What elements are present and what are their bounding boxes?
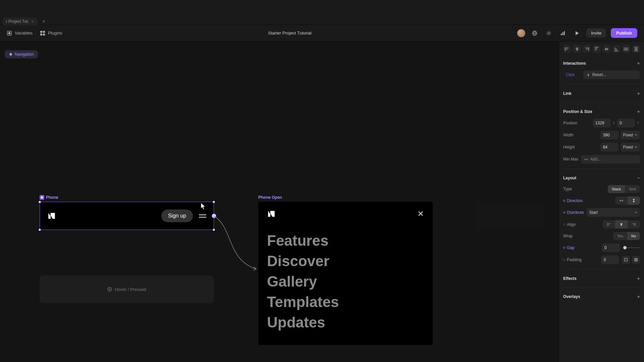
wrap-segmented: Yes No (613, 232, 640, 240)
play-icon[interactable] (572, 28, 582, 38)
add-position-button[interactable]: + (637, 109, 640, 114)
menu-item[interactable]: Updates (267, 313, 424, 331)
document-tab[interactable]: r Project Tut. × (3, 17, 38, 25)
hamburger-icon[interactable] (199, 215, 206, 218)
distribute-h-icon[interactable] (622, 45, 630, 53)
height-input[interactable] (600, 143, 619, 152)
direction-horizontal[interactable] (615, 196, 628, 205)
breadcrumb-chip[interactable]: Navigation (5, 50, 38, 58)
interaction-click-label[interactable]: Click (563, 71, 577, 78)
menu-item[interactable]: Templates (267, 293, 424, 311)
brand-logo (47, 212, 56, 220)
close-icon[interactable]: × (32, 19, 34, 24)
x-unit: X (613, 121, 615, 125)
align-middle-icon[interactable] (603, 45, 610, 53)
frame-label-phone-open[interactable]: Phone Open (258, 195, 282, 200)
height-mode-dropdown[interactable]: Fixed (621, 143, 640, 152)
align-left-icon[interactable] (563, 45, 571, 53)
interaction-action[interactable]: Reset... (583, 70, 640, 79)
align-end[interactable] (628, 220, 640, 229)
section-title: Link (563, 91, 572, 96)
toolbar-left-group: Variables Plugins (7, 31, 62, 36)
component-icon (40, 195, 44, 200)
add-interaction-button[interactable]: + (637, 60, 640, 66)
chart-icon[interactable] (558, 28, 568, 38)
width-input[interactable] (600, 131, 619, 139)
gap-slider[interactable] (623, 247, 640, 248)
align-center[interactable] (615, 220, 628, 229)
add-overlay-button[interactable]: + (637, 294, 640, 299)
frame-label-phone[interactable]: Phone (40, 195, 58, 200)
position-label: Position (563, 121, 578, 125)
svg-rect-1 (8, 32, 10, 34)
user-avatar[interactable] (517, 29, 525, 37)
type-row: Type Stack Grid (563, 183, 640, 195)
width-mode-dropdown[interactable]: Fixed (621, 131, 640, 139)
minmax-add-button[interactable]: Add... (581, 155, 640, 164)
type-label: Type (563, 187, 572, 191)
add-link-button[interactable]: + (637, 90, 640, 96)
add-tab-button[interactable]: + (39, 18, 49, 24)
phone-component[interactable]: Sign up (40, 202, 214, 230)
publish-button[interactable]: Publish (611, 28, 637, 38)
y-unit: Y (637, 121, 639, 125)
project-title[interactable]: Starter Project Tutorial (268, 31, 311, 36)
padding-uniform-icon[interactable] (622, 256, 630, 264)
window-titlebar (0, 0, 644, 18)
distribute-dropdown[interactable]: Start (587, 208, 640, 217)
alignment-toolbar (563, 45, 640, 53)
resize-handle[interactable] (39, 201, 41, 203)
wrap-yes[interactable]: Yes (613, 232, 627, 240)
align-top-icon[interactable] (593, 45, 600, 53)
padding-sides-icon[interactable] (632, 256, 640, 264)
resize-handle[interactable] (213, 229, 215, 231)
brand-logo (267, 209, 276, 218)
signup-button[interactable]: Sign up (161, 209, 193, 222)
invite-button[interactable]: Invite (586, 28, 606, 38)
slider-thumb[interactable] (623, 246, 627, 249)
connection-line (213, 215, 260, 282)
wrap-no[interactable]: No (627, 232, 640, 240)
plugins-button[interactable]: Plugins (40, 31, 62, 36)
phone-open-component[interactable]: ✕ Features Discover Gallery Templates Up… (258, 202, 433, 345)
position-x-input[interactable] (593, 119, 611, 127)
align-start[interactable] (603, 220, 615, 229)
frame-label-text: Phone Open (258, 195, 282, 200)
menu-item[interactable]: Gallery (267, 272, 424, 291)
align-bottom-icon[interactable] (612, 45, 620, 53)
variables-icon (7, 31, 12, 36)
padding-input[interactable] (601, 255, 619, 264)
canvas[interactable]: Navigation Phone Sign up Hover / Pressed… (0, 42, 577, 362)
gap-input[interactable] (602, 243, 620, 252)
globe-icon[interactable] (530, 28, 539, 38)
card-fragment[interactable] (476, 202, 543, 230)
resize-handle[interactable] (39, 229, 41, 231)
section-layout: Layout − (563, 172, 640, 183)
hover-pressed-slot[interactable]: Hover / Pressed (40, 276, 214, 303)
connection-node[interactable] (212, 214, 216, 218)
type-grid-option[interactable]: Grid (625, 185, 640, 193)
menu-item[interactable]: Discover (267, 252, 424, 270)
position-y-input[interactable] (617, 119, 635, 127)
section-title: Effects (563, 276, 577, 281)
gap-label: Gap (563, 245, 575, 250)
breadcrumb-label: Navigation (15, 52, 34, 57)
resize-handle[interactable] (213, 201, 215, 203)
collapse-layout-button[interactable]: − (637, 175, 640, 181)
align-center-h-icon[interactable] (573, 45, 581, 53)
lightning-icon (587, 73, 590, 77)
frame-label-text: Phone (46, 195, 58, 200)
variables-button[interactable]: Variables (7, 31, 33, 36)
menu-item[interactable]: Features (267, 231, 424, 250)
align-right-icon[interactable] (583, 45, 591, 53)
distribute-v-icon[interactable] (632, 45, 640, 53)
top-toolbar: Variables Plugins Starter Project Tutori… (0, 25, 644, 42)
arrows-icon (584, 158, 588, 161)
gear-icon[interactable] (544, 28, 553, 38)
close-icon[interactable]: ✕ (417, 209, 424, 219)
add-effect-button[interactable]: + (637, 276, 640, 281)
wrap-label: Wrap (563, 234, 573, 238)
minmax-label: Min Max (563, 157, 578, 162)
type-stack-option[interactable]: Stack (608, 185, 625, 193)
direction-vertical[interactable] (628, 196, 640, 205)
